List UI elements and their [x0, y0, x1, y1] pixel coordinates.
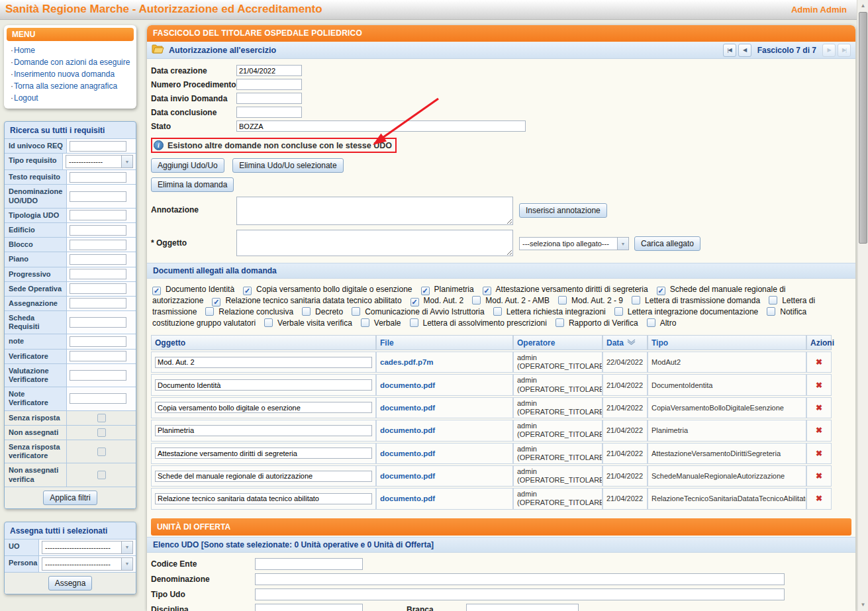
scroll-up-icon[interactable]: ▲ [858, 1, 868, 11]
annotation-textarea[interactable] [236, 197, 513, 225]
search-checkbox-senza-risposta-verificatore[interactable] [97, 447, 106, 456]
oggetto-input[interactable] [155, 402, 372, 413]
checkbox-rapporto-di-verifica[interactable] [555, 318, 564, 327]
checkbox-notifica-costituzione-gruppo-valutatori[interactable] [767, 307, 775, 316]
search-input-note-verificatore[interactable] [70, 393, 126, 404]
delete-row-icon[interactable]: ✖ [816, 403, 822, 412]
object-textarea[interactable] [236, 230, 513, 256]
delete-row-icon[interactable]: ✖ [816, 471, 822, 481]
checkbox-copia-versamento-bollo-digitale-o-esenzione[interactable]: ✓ [243, 287, 252, 295]
file-link[interactable]: documento.pdf [380, 472, 435, 480]
menu-item-inserimento-nuova-domanda[interactable]: Inserimento nuova domanda [11, 68, 132, 80]
menu-item-domande-con-azioni-da-eseguire[interactable]: Domande con azioni da eseguire [11, 56, 132, 68]
delete-row-icon[interactable]: ✖ [816, 449, 822, 458]
scroll-down-icon[interactable]: ▼ [858, 600, 868, 610]
search-input-sede-operativa[interactable] [70, 283, 126, 294]
pager-prev-button[interactable]: ◀ [738, 44, 751, 57]
search-input-progressivo[interactable] [70, 269, 126, 279]
logged-user[interactable]: Admin Admin [791, 5, 847, 15]
column-header-tipo[interactable]: Tipo [648, 335, 806, 350]
assign-select-uo[interactable]: ---------------------------▼ [42, 541, 133, 554]
delete-row-icon[interactable]: ✖ [816, 426, 822, 435]
checkbox-schede-del-manuale-regionale-di-autorizzazione[interactable]: ✓ [657, 287, 665, 295]
oggetto-input[interactable] [155, 425, 372, 436]
file-link[interactable]: documento.pdf [380, 494, 435, 502]
attachment-type-select[interactable]: ---seleziona tipo allegato--- ▼ [519, 237, 629, 250]
checkbox-mod-aut-2[interactable]: ✓ [410, 298, 419, 306]
assign-button[interactable]: Assegna [48, 576, 93, 590]
search-input-id-univoco-req[interactable] [70, 141, 126, 152]
menu-item-torna-alla-sezione-anagrafica[interactable]: Torna alla sezione anagrafica [11, 80, 132, 92]
checkbox-verbale[interactable] [361, 318, 369, 327]
checkbox-lettera-di-assolvimento-prescrizioni[interactable] [410, 318, 418, 327]
search-checkbox-non-assegnati-verifica[interactable] [97, 471, 106, 479]
column-header-data[interactable]: Data [603, 335, 648, 350]
scrollbar-thumb[interactable] [859, 12, 867, 244]
search-input-note[interactable] [70, 336, 126, 347]
remove-udo-button[interactable]: Elimina Udo/Uo selezionate [232, 158, 343, 173]
search-select-tipo-requisito[interactable]: --------------▼ [66, 155, 133, 168]
codice-ente-input[interactable] [255, 558, 363, 570]
checkbox-mod-aut-2-9[interactable] [558, 296, 567, 305]
upload-attachment-button[interactable]: Carica allegato [634, 236, 700, 251]
checkbox-lettera-richiesta-integrazioni[interactable] [493, 307, 502, 316]
insert-annotation-button[interactable]: Inserisci annotazione [519, 203, 607, 218]
search-input-piano[interactable] [70, 254, 126, 265]
checkbox-lettera-di-trasmissione-domanda[interactable] [632, 296, 640, 305]
add-udo-button[interactable]: Aggiungi Udo/Uo [151, 158, 224, 173]
pager-first-button[interactable]: |◀ [723, 44, 736, 57]
checkbox-decreto[interactable] [302, 307, 311, 316]
oggetto-input[interactable] [155, 493, 372, 504]
delete-row-icon[interactable]: ✖ [816, 381, 822, 390]
delete-row-icon[interactable]: ✖ [816, 494, 822, 503]
file-link[interactable]: documento.pdf [380, 449, 435, 457]
delete-row-icon[interactable]: ✖ [816, 357, 822, 367]
search-checkbox-non-assegnati[interactable] [97, 428, 106, 437]
pager-last-button[interactable]: ▶| [838, 44, 851, 57]
search-input-blocco[interactable] [70, 240, 126, 250]
branca-input[interactable] [466, 604, 579, 611]
file-link[interactable]: documento.pdf [380, 426, 435, 434]
checkbox-comunicazione-di-avvio-istruttoria[interactable] [352, 307, 360, 316]
search-input-scheda-requisiti[interactable] [70, 317, 126, 328]
search-input-valutazione-verificatore[interactable] [70, 370, 126, 381]
menu-item-home[interactable]: Home [11, 44, 132, 56]
search-input-assegnazione[interactable] [70, 298, 126, 308]
denominazione-input[interactable] [255, 573, 785, 585]
oggetto-input[interactable] [155, 379, 372, 391]
assign-select-persona[interactable]: ---------------------------▼ [42, 557, 133, 571]
search-checkbox-senza-risposta[interactable] [97, 414, 106, 422]
column-header-file[interactable]: File [376, 335, 513, 350]
oggetto-input[interactable] [155, 471, 372, 482]
search-input-denominazione-uo-udo[interactable] [70, 191, 126, 202]
search-input-tipologia-udo[interactable] [70, 210, 126, 220]
oggetto-input[interactable] [155, 447, 372, 459]
checkbox-verbale-visita-verifica[interactable] [264, 318, 273, 327]
tipo-udo-input[interactable] [255, 588, 785, 600]
search-input-edificio[interactable] [70, 225, 126, 236]
apply-filters-button[interactable]: Applica filtri [43, 491, 97, 505]
pager-next-button[interactable]: ▶ [822, 44, 836, 57]
checkbox-planimetria[interactable]: ✓ [421, 287, 430, 295]
checkbox-mod-aut-2-amb[interactable] [472, 296, 481, 305]
checkbox-relazione-conclusiva[interactable] [205, 307, 214, 316]
delete-request-button[interactable]: Elimina la domanda [151, 177, 234, 192]
field-input-data-invio-domanda[interactable] [236, 93, 302, 104]
vertical-scrollbar[interactable]: ▲ ▼ [857, 0, 868, 611]
search-input-verificatore[interactable] [70, 351, 126, 361]
checkbox-lettera-integrazione-documentazione[interactable] [614, 307, 623, 316]
disciplina-input[interactable] [255, 604, 363, 611]
file-link[interactable]: documento.pdf [380, 404, 435, 412]
checkbox-documento-identit[interactable]: ✓ [152, 287, 161, 295]
checkbox-attestazione-versamento-diritti-di-segreteria[interactable]: ✓ [483, 287, 491, 295]
checkbox-relazione-tecnico-sanitaria-datata-tecnico-abilitato[interactable]: ✓ [212, 298, 220, 306]
checkbox-altro[interactable] [647, 318, 655, 327]
field-input-data-conclusione[interactable] [236, 107, 302, 118]
menu-item-logout[interactable]: Logout [11, 92, 132, 104]
oggetto-input[interactable] [155, 357, 372, 368]
field-input-data-creazione[interactable] [236, 65, 302, 76]
column-header-operatore[interactable]: Operatore [513, 335, 603, 350]
checkbox-lettera-di-trasmissione[interactable] [769, 296, 777, 305]
field-input-numero-procedimento[interactable] [236, 79, 302, 90]
file-link[interactable]: documento.pdf [380, 381, 435, 389]
